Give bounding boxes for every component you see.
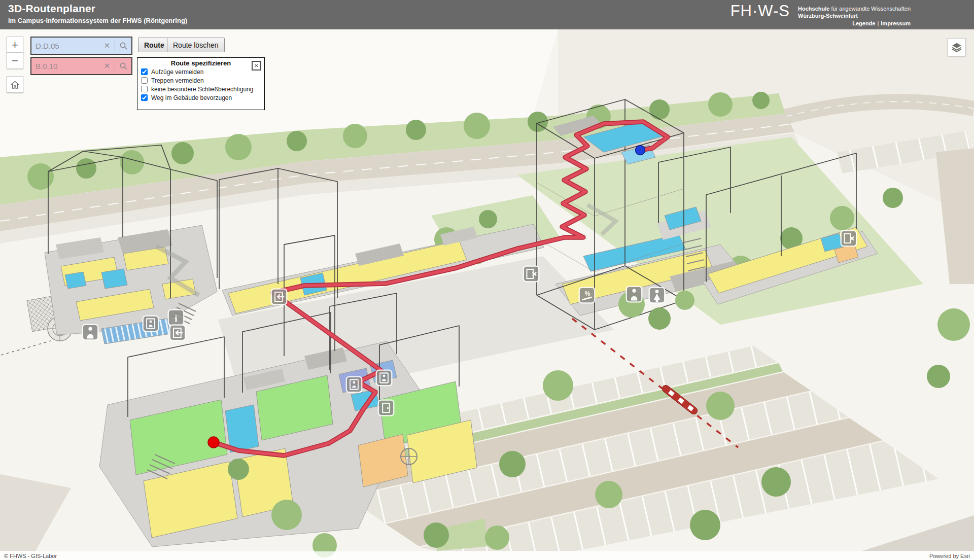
route-option-label: Weg im Gebäude bevorzugen: [151, 94, 232, 101]
route-option-label: Treppen vermeiden: [151, 77, 204, 84]
exit-icon: [524, 266, 539, 282]
panel-close-button[interactable]: ✕: [252, 61, 261, 71]
entrance-icon: [170, 325, 186, 341]
attribution-bar: © FHWS - GIS-Labor Powered by Esri: [0, 551, 974, 560]
wc-man-icon: [83, 325, 98, 340]
home-icon: [10, 80, 20, 89]
zoom-out-button[interactable]: −: [7, 52, 23, 69]
route-option-checkbox-2[interactable]: [141, 86, 148, 92]
logo-name-rest: für angewandte Wissenschaften: [829, 6, 911, 12]
wc-woman-icon: [649, 288, 665, 303]
links-separator: |: [877, 20, 879, 26]
route-option-checkbox-0[interactable]: [141, 68, 148, 75]
route-option-row: Aufzüge vermeiden: [141, 68, 264, 76]
elevator-icon: [143, 316, 159, 332]
clear-route-button[interactable]: Route löschen: [167, 38, 225, 52]
route-options-panel: Route spezifizieren ✕ Aufzüge vermeiden …: [137, 57, 265, 110]
app-root: i %: [0, 0, 974, 560]
zoom-in-button[interactable]: +: [7, 37, 23, 53]
layers-button[interactable]: [948, 38, 966, 56]
route-option-row: Weg im Gebäude bevorzugen: [141, 94, 264, 101]
searchbox-divider: [115, 60, 115, 72]
impressum-link[interactable]: Impressum: [881, 20, 911, 26]
search-icon: [119, 42, 128, 50]
start-room-searchbox: D.D.05 ✕: [30, 37, 132, 55]
route-option-label: keine besondere Schließberechtigung: [151, 86, 253, 93]
fhws-logo-acronym: FH·W-S: [730, 4, 790, 19]
route-button[interactable]: Route: [138, 38, 170, 52]
clear-destination-button[interactable]: ✕: [99, 61, 115, 71]
searchbox-divider: [115, 40, 115, 51]
search-start-button[interactable]: [115, 42, 131, 50]
search-destination-button[interactable]: [115, 62, 131, 71]
legende-link[interactable]: Legende: [852, 20, 875, 26]
page-subtitle: im Campus-Informationssystem der FHWS (R…: [8, 17, 187, 24]
page-title: 3D-Routenplaner: [8, 3, 95, 15]
plus-icon: +: [12, 39, 18, 52]
layers-icon: [951, 42, 962, 53]
info-icon: [168, 310, 184, 326]
door-icon: [378, 400, 394, 416]
exit-icon: [841, 231, 857, 247]
entrance-icon: [271, 289, 287, 305]
home-extent-button[interactable]: [7, 76, 23, 93]
minus-icon: −: [12, 54, 18, 67]
route-start-marker: [208, 437, 219, 448]
app-header: 3D-Routenplaner im Campus-Informationssy…: [0, 0, 974, 29]
route-destination-marker: [636, 146, 645, 155]
destination-room-searchbox: B.0.10 ✕: [30, 57, 132, 75]
search-icon: [119, 62, 128, 71]
attribution-text: © FHWS - GIS-Labor: [0, 553, 929, 559]
close-icon: ✕: [254, 63, 258, 68]
destination-room-input[interactable]: B.0.10: [31, 62, 99, 71]
route-option-row: keine besondere Schließberechtigung: [141, 85, 264, 93]
logo-city: Würzburg-Schweinfurt: [798, 13, 858, 19]
logo-name-bold: Hochschule: [798, 6, 829, 12]
header-links: Legende|Impressum: [852, 20, 911, 26]
clear-start-button[interactable]: ✕: [99, 41, 115, 50]
elevator-icon: [376, 370, 392, 386]
elevator-icon: [346, 377, 362, 393]
route-option-checkbox-1[interactable]: [141, 77, 148, 84]
route-option-label: Aufzüge vermeiden: [151, 68, 203, 76]
ramp-icon: [579, 288, 595, 303]
start-room-input[interactable]: D.D.05: [31, 42, 99, 50]
route-option-checkbox-3[interactable]: [141, 94, 148, 101]
panel-title: Route spezifizieren: [137, 59, 264, 67]
route-option-row: Treppen vermeiden: [141, 77, 264, 84]
fhws-logo-text: Hochschule für angewandte Wissenschaften…: [798, 4, 911, 19]
fhws-logo: FH·W-S Hochschule für angewandte Wissens…: [730, 4, 911, 19]
esri-attribution: Powered by Esri: [929, 553, 974, 559]
wc-man-icon: [627, 287, 642, 302]
